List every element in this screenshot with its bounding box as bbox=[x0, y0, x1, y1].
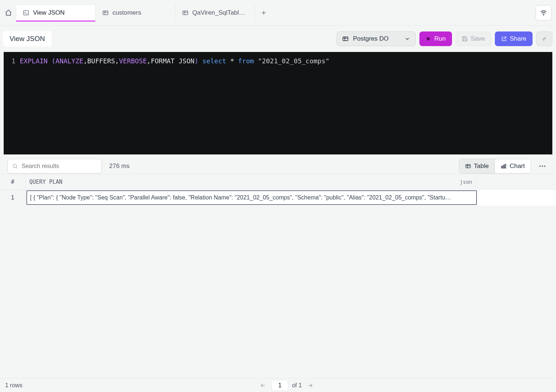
add-tab-button[interactable] bbox=[255, 4, 272, 21]
search-results-input[interactable] bbox=[7, 159, 102, 173]
tab-bar: View JSON customers QaViren_SqlTabl… bbox=[0, 0, 556, 26]
svg-point-10 bbox=[540, 165, 541, 167]
svg-rect-8 bbox=[503, 165, 504, 168]
line-number: 1 bbox=[4, 57, 20, 154]
prev-page-button[interactable] bbox=[258, 382, 268, 389]
view-table-label: Table bbox=[474, 163, 489, 170]
connection-status-button[interactable] bbox=[535, 5, 552, 20]
cell-query-plan[interactable]: [ { "Plan": { "Node Type": "Seq Scan", "… bbox=[26, 190, 477, 205]
table-icon bbox=[102, 10, 109, 16]
header-index: # bbox=[0, 174, 26, 189]
header-query-plan[interactable]: QUERY PLAN json bbox=[26, 174, 476, 189]
pager: of 1 bbox=[258, 380, 315, 391]
header-col-name: QUERY PLAN bbox=[29, 179, 62, 185]
tab-qaviren[interactable]: QaViren_SqlTabl… bbox=[175, 4, 255, 21]
query-timing: 276 ms bbox=[109, 163, 130, 170]
table-icon bbox=[465, 163, 471, 169]
svg-point-11 bbox=[542, 165, 543, 167]
svg-rect-4 bbox=[343, 37, 348, 41]
svg-rect-1 bbox=[103, 11, 108, 15]
sql-editor[interactable]: 1 EXPLAIN (ANALYZE,BUFFERS,VERBOSE,FORMA… bbox=[4, 52, 552, 154]
share-button[interactable]: Share bbox=[495, 31, 533, 46]
sql-code: EXPLAIN (ANALYZE,BUFFERS,VERBOSE,FORMAT … bbox=[20, 57, 329, 154]
svg-rect-9 bbox=[505, 164, 506, 168]
table-row: 1 [ { "Plan": { "Node Type": "Seq Scan",… bbox=[0, 190, 556, 206]
copy-link-button[interactable] bbox=[536, 31, 552, 46]
svg-point-3 bbox=[544, 15, 544, 15]
view-toggle: Table Chart bbox=[459, 159, 531, 173]
row-index: 1 bbox=[0, 190, 26, 206]
svg-rect-7 bbox=[501, 166, 503, 168]
search-icon bbox=[12, 163, 18, 169]
database-icon bbox=[342, 36, 349, 42]
results-table: # QUERY PLAN json 1 [ { "Plan": { "Node … bbox=[0, 174, 556, 206]
connection-select[interactable]: Postgres DO bbox=[337, 31, 416, 46]
tab-label: View JSON bbox=[33, 9, 65, 16]
row-count: 1 rows bbox=[5, 382, 22, 389]
next-page-button[interactable] bbox=[305, 382, 315, 389]
view-chart-button[interactable]: Chart bbox=[494, 159, 531, 173]
save-label: Save bbox=[471, 35, 485, 42]
results-toolbar: 276 ms Table Chart bbox=[0, 154, 556, 174]
table-header-row: # QUERY PLAN json bbox=[0, 174, 556, 190]
connection-label: Postgres DO bbox=[353, 35, 389, 42]
svg-point-12 bbox=[544, 165, 546, 167]
page-input[interactable] bbox=[271, 380, 288, 391]
table-icon bbox=[182, 10, 189, 16]
save-button[interactable]: Save bbox=[456, 31, 491, 46]
footer: 1 rows of 1 bbox=[0, 378, 556, 392]
page-title: View JSON bbox=[3, 31, 52, 46]
tab-label: QaViren_SqlTabl… bbox=[192, 9, 245, 16]
home-button[interactable] bbox=[1, 5, 16, 20]
svg-rect-0 bbox=[23, 11, 29, 15]
svg-rect-6 bbox=[466, 164, 470, 168]
share-label: Share bbox=[510, 35, 526, 42]
run-label: Run bbox=[434, 35, 446, 42]
tab-customers[interactable]: customers bbox=[96, 4, 175, 21]
tab-view-json[interactable]: View JSON bbox=[16, 4, 96, 21]
header-col-type: json bbox=[460, 179, 472, 185]
view-chart-label: Chart bbox=[509, 163, 525, 170]
terminal-icon bbox=[23, 10, 29, 16]
search-input-field[interactable] bbox=[22, 163, 97, 169]
page-total: of 1 bbox=[292, 382, 302, 389]
tab-label: customers bbox=[112, 9, 141, 16]
svg-point-5 bbox=[13, 164, 16, 167]
chevron-down-icon bbox=[404, 36, 410, 42]
svg-rect-2 bbox=[183, 11, 188, 15]
view-table-button[interactable]: Table bbox=[459, 159, 495, 173]
run-button[interactable]: Run bbox=[419, 31, 452, 46]
toolbar: View JSON Postgres DO Run Save Share bbox=[0, 26, 556, 48]
more-menu-button[interactable] bbox=[538, 162, 552, 170]
chart-icon bbox=[501, 163, 507, 169]
